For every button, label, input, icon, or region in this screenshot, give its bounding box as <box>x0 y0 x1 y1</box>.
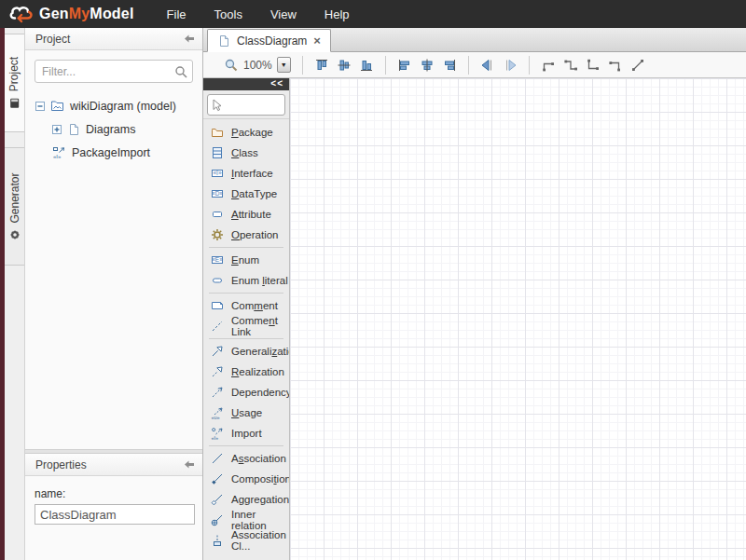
tab-classdiagram[interactable]: ClassDiagram × <box>207 29 331 52</box>
palette-item-import[interactable]: «I»Import <box>203 423 289 444</box>
project-panel: Project wikiDiagram (model)Diagrams«I»Pa… <box>25 28 202 449</box>
collapse-left-icon[interactable] <box>185 460 194 469</box>
comment-link-icon <box>211 320 224 333</box>
palette-item-enum[interactable]: «E»Enum <box>203 250 289 270</box>
align-center-button[interactable] <box>416 54 438 76</box>
route-style-1-button[interactable] <box>537 54 560 76</box>
editor-toolbar: 100% ▼ <box>203 52 746 78</box>
tab-close-icon[interactable]: × <box>313 34 321 47</box>
route-style-3-button[interactable] <box>582 54 604 76</box>
app-logo-text: GenMyModel <box>39 6 134 22</box>
collapse-left-icon[interactable] <box>185 34 194 43</box>
palette-item-dependency[interactable]: Dependency <box>203 382 289 403</box>
diagram-file-icon <box>217 34 230 48</box>
diagram-file-icon <box>67 123 80 136</box>
palette-item-usage[interactable]: «u»Usage <box>203 403 289 423</box>
editor-tabbar: ClassDiagram × <box>203 28 746 52</box>
flip-left-icon <box>480 58 495 73</box>
align-right-button[interactable] <box>438 54 461 76</box>
palette-item-association-cl[interactable]: Association Cl... <box>203 530 289 551</box>
palette-item-comment-link[interactable]: Comment Link <box>203 316 289 336</box>
align-top-icon <box>314 58 329 73</box>
book-icon <box>8 97 21 109</box>
palette-item-label: Dependency <box>231 387 289 398</box>
tree-item-wikidiagram-model[interactable]: wikiDiagram (model) <box>32 94 196 117</box>
route-oblique-button[interactable] <box>627 54 649 76</box>
generalization-icon <box>211 345 224 358</box>
flip-left-button[interactable] <box>477 54 499 76</box>
project-panel-body: wikiDiagram (model)Diagrams«I»PackageImp… <box>25 50 202 449</box>
enum-icon: «E» <box>211 253 224 266</box>
palette-item-label: Association <box>231 453 286 464</box>
palette-item-realization[interactable]: Realization <box>203 362 289 382</box>
palette-item-aggregation[interactable]: Aggregation <box>203 489 289 510</box>
palette-item-association[interactable]: Association <box>203 448 289 469</box>
palette-item-class[interactable]: Class <box>203 143 289 163</box>
palette-item-generalization[interactable]: Generalization <box>203 341 289 362</box>
palette-divider <box>203 118 289 119</box>
palette-item-enum-literal[interactable]: Enum literal <box>203 270 289 291</box>
flip-right-button[interactable] <box>499 54 521 76</box>
flip-right-icon <box>503 58 518 73</box>
palette-item-composition[interactable]: Composition <box>203 469 289 489</box>
tree-expand-icon[interactable] <box>52 125 62 134</box>
zoom-value: 100% <box>243 59 272 72</box>
side-tab-generator[interactable]: Generator <box>5 147 24 266</box>
properties-panel-header: Properties <box>25 454 202 476</box>
palette-selection-tool[interactable] <box>207 94 285 116</box>
left-panels-column: Project wikiDiagram (model)Diagrams«I»Pa… <box>25 28 203 560</box>
tree-item-diagrams[interactable]: Diagrams <box>32 117 196 141</box>
enum-literal-icon <box>211 274 224 287</box>
filter-input[interactable] <box>35 60 193 83</box>
tree-collapse-icon[interactable] <box>35 102 45 111</box>
align-top-button[interactable] <box>311 54 333 76</box>
palette-item-label: Class <box>231 147 258 158</box>
zoom-control: 100% ▼ <box>224 57 291 73</box>
cursor-icon <box>212 99 223 112</box>
app-logo: GenMyModel <box>7 4 134 24</box>
usage-icon: «u» <box>211 406 224 419</box>
zoom-dropdown-button[interactable]: ▼ <box>277 57 291 73</box>
project-panel-title: Project <box>35 33 185 46</box>
package-import-icon: «I» <box>52 146 66 159</box>
composition-icon <box>211 472 224 485</box>
palette-item-label: Association Cl... <box>231 529 289 552</box>
route-style-4-button[interactable] <box>604 54 627 76</box>
menu-help[interactable]: Help <box>311 3 364 26</box>
align-left-button[interactable] <box>394 54 416 76</box>
palette-item-label: Generalization <box>231 346 289 357</box>
align-bottom-button[interactable] <box>355 54 378 76</box>
align-right-icon <box>442 58 457 73</box>
align-middle-button[interactable] <box>333 54 355 76</box>
palette-item-package[interactable]: Package <box>203 122 289 143</box>
align-bottom-icon <box>359 58 374 73</box>
route-style-2-button[interactable] <box>560 54 582 76</box>
palette-collapse-button[interactable]: << <box>203 78 289 90</box>
topbar: GenMyModel FileToolsViewHelp <box>0 0 746 28</box>
palette-item-operation[interactable]: Operation <box>203 225 289 245</box>
palette-item-datatype[interactable]: «D»DataType <box>203 184 289 204</box>
package-icon <box>211 126 224 139</box>
tree-item-packageimport[interactable]: «I»PackageImport <box>32 141 196 164</box>
toolbar-separator <box>468 56 469 75</box>
name-field[interactable] <box>35 504 195 525</box>
palette-item-inner-relation[interactable]: Inner relation <box>203 510 289 530</box>
diagram-canvas[interactable] <box>290 78 746 560</box>
property-label: name: <box>35 487 193 500</box>
interface-icon: «I» <box>211 167 224 180</box>
palette-item-interface[interactable]: «I»Interface <box>203 163 289 184</box>
project-panel-header: Project <box>25 28 202 50</box>
menu-view[interactable]: View <box>256 3 311 26</box>
side-tab-project[interactable]: Project <box>5 34 24 132</box>
menu-tools[interactable]: Tools <box>200 3 256 26</box>
palette-item-label: Composition <box>231 473 289 485</box>
model-folder-icon <box>50 100 64 113</box>
datatype-icon: «D» <box>211 187 224 200</box>
route-style-4-icon <box>608 58 623 73</box>
inner-relation-icon <box>211 513 224 526</box>
palette-item-label: Comment <box>231 300 278 311</box>
palette-item-comment[interactable]: Comment <box>203 295 289 316</box>
menu-file[interactable]: File <box>153 3 200 26</box>
palette-item-attribute[interactable]: Attribute <box>203 204 289 225</box>
route-style-2-icon <box>563 58 578 73</box>
